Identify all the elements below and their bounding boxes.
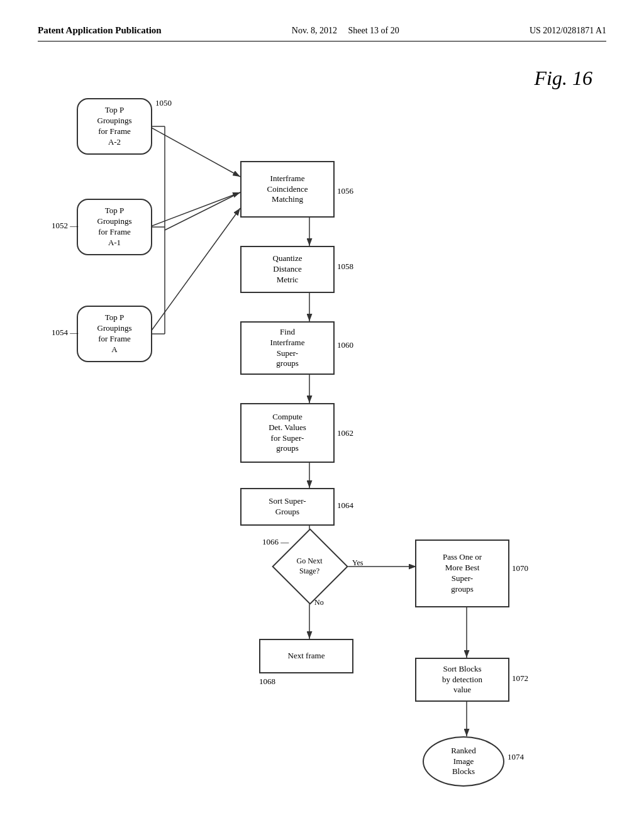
box-1072-label: Sort Blocks by detection value (442, 664, 482, 696)
box-1052-label: Top P Groupings for Frame A-1 (97, 206, 132, 248)
sheet-label: Sheet 13 of 20 (348, 26, 399, 35)
page-header: Patent Application Publication Nov. 8, 2… (38, 25, 606, 42)
box-1068-label: Next frame (288, 651, 325, 661)
tag-1064: 1064 (337, 501, 353, 511)
box-1060-label: Find Interframe Super- groups (270, 327, 305, 370)
tag-1052: 1052 — (52, 221, 78, 231)
tag-1072: 1072 (512, 673, 528, 683)
box-1074-label: Ranked Image Blocks (451, 746, 476, 778)
no-label: No (314, 598, 324, 607)
box-1074: Ranked Image Blocks (423, 736, 504, 787)
box-1058-label: Quantize Distance Metric (273, 253, 303, 285)
sheet-info: Nov. 8, 2012 Sheet 13 of 20 (292, 26, 399, 36)
box-1062-label: Compute Det. Values for Super- groups (269, 412, 306, 455)
tag-1050: 1050 (155, 98, 172, 108)
svg-line-3 (149, 208, 240, 334)
box-1062: Compute Det. Values for Super- groups (240, 403, 335, 463)
box-1070: Pass One or More Best Super- groups (415, 540, 509, 607)
box-1070-label: Pass One or More Best Super- groups (443, 552, 482, 595)
box-1056: Interframe Coincidence Matching (240, 161, 335, 218)
tag-1068: 1068 (259, 677, 275, 687)
box-1050-label: Top P Groupings for Frame A-2 (97, 105, 132, 148)
tag-1070: 1070 (512, 563, 528, 573)
box-1060: Find Interframe Super- groups (240, 321, 335, 375)
diagram-area: Fig. 16 (39, 60, 605, 783)
page: Patent Application Publication Nov. 8, 2… (0, 0, 644, 830)
box-1064-label: Sort Super- Groups (269, 496, 306, 517)
box-1064: Sort Super- Groups (240, 488, 335, 526)
box-1068: Next frame (259, 639, 353, 673)
tag-1058: 1058 (337, 262, 353, 272)
date-label: Nov. 8, 2012 (292, 26, 337, 35)
box-1072: Sort Blocks by detection value (415, 658, 509, 702)
svg-line-1 (149, 126, 240, 177)
tag-1074: 1074 (508, 752, 524, 762)
patent-number: US 2012/0281871 A1 (530, 26, 606, 36)
box-1066-label: Go Next Stage? (297, 556, 323, 576)
publication-label: Patent Application Publication (38, 25, 162, 36)
box-1054: Top P Groupings for Frame A (77, 306, 152, 362)
box-1066-text: Go Next Stage? (260, 540, 358, 594)
svg-line-2 (149, 192, 240, 227)
box-1054-label: Top P Groupings for Frame A (97, 313, 132, 355)
box-1050: Top P Groupings for Frame A-2 (77, 98, 152, 155)
box-1056-label: Interframe Coincidence Matching (267, 174, 308, 206)
tag-1060: 1060 (337, 340, 353, 350)
box-1052: Top P Groupings for Frame A-1 (77, 199, 152, 255)
svg-line-17 (165, 192, 240, 230)
tag-1056: 1056 (337, 186, 353, 196)
box-1058: Quantize Distance Metric (240, 246, 335, 293)
figure-label: Fig. 16 (535, 67, 592, 90)
tag-1066: 1066 — (262, 537, 289, 547)
tag-1054: 1054 — (52, 328, 78, 338)
tag-1062: 1062 (337, 428, 353, 438)
yes-label: Yes (352, 558, 363, 568)
